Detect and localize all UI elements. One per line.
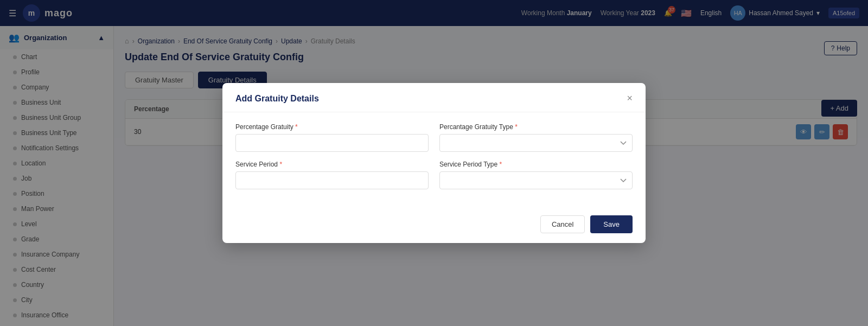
form-row-2: Service Period * Service Period Type * bbox=[235, 161, 633, 189]
modal-title: Add Gratuity Details bbox=[235, 94, 319, 104]
service-period-type-label: Service Period Type * bbox=[439, 161, 633, 168]
required-star: * bbox=[295, 123, 298, 131]
form-group-percentage-gratuity: Percentage Gratuity * bbox=[235, 123, 429, 152]
cancel-button[interactable]: Cancel bbox=[540, 215, 585, 233]
form-group-percentage-gratuity-type: Percantage Gratuity Type * bbox=[439, 123, 633, 152]
add-gratuity-details-modal: Add Gratuity Details × Percentage Gratui… bbox=[222, 83, 646, 243]
modal-body: Percentage Gratuity * Percantage Gratuit… bbox=[222, 112, 646, 209]
service-period-label: Service Period * bbox=[235, 161, 429, 168]
form-row-1: Percentage Gratuity * Percantage Gratuit… bbox=[235, 123, 633, 152]
service-period-input[interactable] bbox=[235, 171, 429, 189]
required-star-2: * bbox=[515, 123, 518, 131]
percentage-gratuity-type-label: Percantage Gratuity Type * bbox=[439, 123, 633, 131]
form-group-service-period: Service Period * bbox=[235, 161, 429, 189]
service-period-type-select[interactable] bbox=[439, 171, 633, 189]
required-star-4: * bbox=[500, 161, 502, 168]
required-star-3: * bbox=[279, 161, 282, 168]
modal-close-button[interactable]: × bbox=[627, 93, 633, 104]
percentage-gratuity-input[interactable] bbox=[235, 134, 429, 152]
modal-header: Add Gratuity Details × bbox=[222, 83, 646, 112]
form-group-service-period-type: Service Period Type * bbox=[439, 161, 633, 189]
modal-footer: Cancel Save bbox=[222, 209, 646, 243]
percentage-gratuity-type-select[interactable] bbox=[439, 134, 633, 152]
save-button[interactable]: Save bbox=[590, 215, 633, 233]
percentage-gratuity-label: Percentage Gratuity * bbox=[235, 123, 429, 131]
modal-overlay[interactable]: Add Gratuity Details × Percentage Gratui… bbox=[0, 0, 868, 326]
